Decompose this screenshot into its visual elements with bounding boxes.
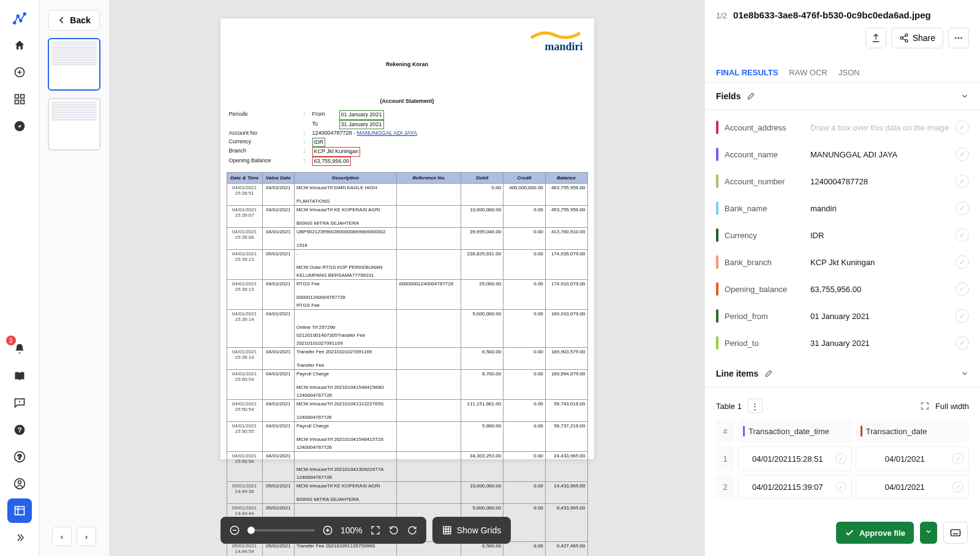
- keyboard-shortcuts-button[interactable]: [943, 522, 968, 544]
- compass-icon[interactable]: [7, 114, 32, 138]
- document-page: mandiri Rekening Koran (Account Statemen…: [221, 18, 594, 459]
- edit-icon[interactable]: [764, 369, 773, 378]
- expand-icon[interactable]: [921, 402, 929, 410]
- field-check[interactable]: ✓: [956, 201, 969, 215]
- logo-icon[interactable]: [7, 6, 32, 31]
- help-outline-icon[interactable]: ?: [7, 445, 32, 469]
- upload-button[interactable]: [865, 28, 886, 48]
- highlight-account-name: MANUNGGAL ADI JAYA: [357, 130, 417, 136]
- fields-list: Account_addressDraw a box over this data…: [705, 110, 980, 360]
- back-button[interactable]: Back: [48, 10, 99, 31]
- lineitems-table: #Transaction_date_timeTransaction_date10…: [716, 419, 969, 499]
- fields-heading: Fields: [716, 91, 741, 101]
- rotate-cw-button[interactable]: [407, 525, 418, 536]
- line-item-cell[interactable]: 04/01/2021✓: [856, 475, 970, 499]
- notification-badge: 3: [6, 336, 16, 345]
- svg-rect-7: [15, 100, 18, 104]
- svg-text:?: ?: [17, 453, 21, 460]
- svg-point-19: [905, 40, 908, 42]
- svg-point-15: [18, 481, 21, 484]
- svg-rect-6: [20, 95, 24, 99]
- svg-point-2: [20, 20, 22, 22]
- field-check[interactable]: ✓: [956, 228, 969, 242]
- help-filled-icon[interactable]: ?: [7, 418, 32, 442]
- page-thumbnail-1[interactable]: [48, 38, 100, 91]
- feedback-icon[interactable]: [7, 391, 32, 415]
- svg-point-18: [900, 37, 903, 39]
- share-button[interactable]: Share: [891, 28, 943, 48]
- field-check[interactable]: ✓: [956, 148, 969, 161]
- data-table-icon[interactable]: [7, 498, 32, 523]
- svg-point-22: [960, 37, 962, 39]
- field-row[interactable]: Bank_branchKCP Jkt Kuningan✓: [705, 249, 980, 276]
- field-check[interactable]: ✓: [956, 175, 969, 188]
- show-grids-button[interactable]: Show Grids: [432, 517, 511, 544]
- chevron-down-icon[interactable]: [960, 92, 969, 100]
- tab-json[interactable]: JSON: [839, 63, 860, 82]
- full-width-label[interactable]: Full width: [935, 402, 969, 411]
- home-icon[interactable]: [7, 33, 32, 58]
- field-row[interactable]: Account_addressDraw a box over this data…: [705, 114, 980, 141]
- field-check[interactable]: ✓: [956, 255, 969, 269]
- table-menu-button[interactable]: ⋮: [748, 399, 763, 413]
- field-row[interactable]: Period_from01 January 2021✓: [705, 302, 980, 329]
- column-header[interactable]: Transaction_date_time: [738, 419, 852, 443]
- highlight-currency: IDR: [312, 138, 326, 148]
- svg-point-17: [905, 34, 908, 36]
- approve-file-button[interactable]: Approve file: [836, 522, 914, 544]
- more-button[interactable]: [948, 28, 969, 48]
- account-icon[interactable]: [7, 471, 32, 496]
- tab-raw-ocr[interactable]: RAW OCR: [789, 63, 827, 82]
- edit-icon[interactable]: [747, 92, 755, 100]
- mandiri-logo-icon: [528, 29, 583, 40]
- field-check[interactable]: ✓: [956, 309, 969, 323]
- highlight-period-from: 01 January 2021: [339, 110, 384, 120]
- line-item-cell[interactable]: 04/01/2021✓: [856, 446, 970, 471]
- page-thumbnail-2[interactable]: [48, 98, 100, 151]
- doc-title-2: (Account Statement): [227, 98, 588, 104]
- svg-rect-25: [443, 527, 451, 534]
- field-check[interactable]: ✓: [956, 336, 969, 350]
- svg-text:?: ?: [17, 426, 21, 434]
- zoom-slider[interactable]: [247, 529, 315, 532]
- svg-rect-5: [15, 95, 18, 99]
- rotate-ccw-button[interactable]: [388, 525, 399, 536]
- field-row[interactable]: CurrencyIDR✓: [705, 222, 980, 249]
- apps-icon[interactable]: [7, 87, 32, 111]
- svg-point-21: [958, 37, 960, 39]
- doc-title-1: Rekening Koran: [227, 61, 588, 67]
- field-row[interactable]: Account_nameMANUNGGAL ADI JAYA✓: [705, 141, 980, 168]
- field-check[interactable]: ✓: [956, 282, 969, 296]
- expand-sidebar-icon[interactable]: [7, 525, 32, 550]
- left-icon-bar: 3 ? ?: [0, 0, 39, 556]
- zoom-out-button[interactable]: [229, 525, 240, 536]
- tab-final-results[interactable]: FINAL RESULTS: [716, 63, 778, 82]
- prev-page-button[interactable]: ‹: [52, 527, 72, 546]
- zoom-level: 100%: [341, 525, 363, 535]
- field-row[interactable]: Account_number1240004787728✓: [705, 168, 980, 195]
- zoom-in-button[interactable]: [322, 525, 333, 536]
- svg-point-20: [955, 37, 957, 39]
- svg-rect-26: [951, 530, 960, 536]
- thumbnail-panel: Back ‹ ›: [39, 0, 110, 556]
- field-row[interactable]: Opening_balance63,755,956.00✓: [705, 276, 980, 302]
- statement-table: Date & TimeValue DateDescriptionReferenc…: [227, 172, 588, 556]
- highlight-branch: KCP Jkt Kuningan: [312, 147, 361, 157]
- line-item-cell[interactable]: 04/01/202115:28:51✓: [738, 446, 852, 471]
- chevron-down-icon[interactable]: [960, 369, 969, 378]
- column-header[interactable]: Transaction_date: [856, 419, 970, 443]
- field-check[interactable]: ✓: [956, 121, 969, 134]
- approve-dropdown-button[interactable]: [920, 522, 937, 544]
- svg-point-3: [23, 13, 26, 15]
- fit-button[interactable]: [370, 525, 381, 536]
- field-row[interactable]: Bank_namemandiri✓: [705, 195, 980, 222]
- notifications-icon[interactable]: 3: [7, 337, 32, 361]
- table-1-label: Table 1: [716, 402, 742, 411]
- next-page-button[interactable]: ›: [77, 527, 96, 546]
- highlight-period-to: 31 January 2021: [339, 120, 384, 130]
- add-icon[interactable]: [7, 60, 32, 85]
- result-tabs: FINAL RESULTSRAW OCRJSON: [705, 63, 980, 83]
- field-row[interactable]: Period_to31 January 2021✓: [705, 329, 980, 356]
- book-icon[interactable]: [7, 364, 32, 388]
- line-item-cell[interactable]: 04/01/202115:39:07✓: [738, 475, 852, 499]
